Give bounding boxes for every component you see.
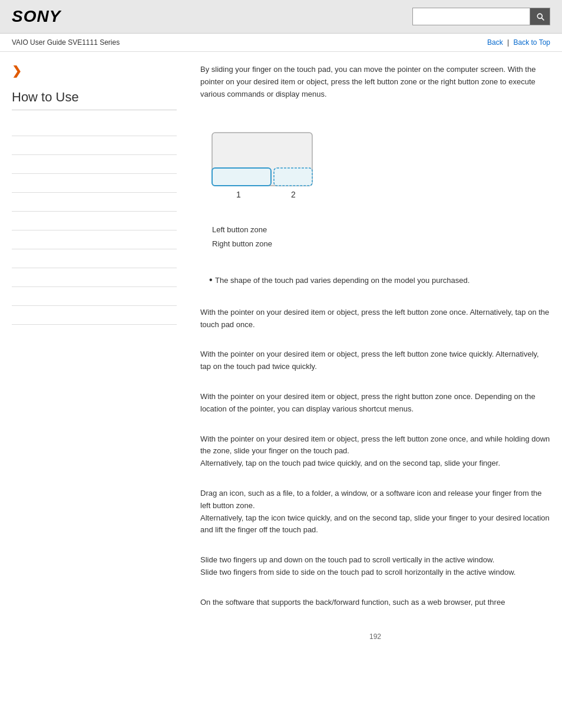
- section-swipe-text: On the software that supports the back/f…: [200, 597, 550, 609]
- intro-section: By sliding your finger on the touch pad,…: [200, 64, 550, 118]
- list-item: [12, 268, 177, 287]
- list-item: [12, 306, 177, 325]
- list-item: [12, 230, 177, 249]
- nav-links: Back | Back to Top: [487, 38, 550, 47]
- sidebar-link[interactable]: [12, 123, 14, 131]
- sidebar-link[interactable]: [12, 160, 14, 169]
- search-box: [412, 8, 550, 25]
- sidebar-link[interactable]: [12, 198, 14, 206]
- section-click-text: With the pointer on your desired item or…: [200, 307, 550, 331]
- section-scroll-text: Slide two fingers up and down on the tou…: [200, 554, 550, 579]
- list-item: [12, 212, 177, 230]
- sidebar-chevron: ❯: [12, 64, 177, 78]
- sidebar-link[interactable]: [12, 311, 14, 319]
- section-swipe: On the software that supports the back/f…: [200, 597, 550, 615]
- section-click: With the pointer on your desired item or…: [200, 307, 550, 337]
- nav-separator: |: [507, 38, 509, 47]
- section-scroll: Slide two fingers up and down on the tou…: [200, 554, 550, 585]
- list-item: [12, 174, 177, 193]
- nav-bar: VAIO User Guide SVE1111 Series Back | Ba…: [0, 34, 562, 52]
- section-drag: With the pointer on your desired item or…: [200, 433, 550, 476]
- sidebar-link[interactable]: [12, 217, 14, 225]
- section-drag-text: With the pointer on your desired item or…: [200, 433, 550, 470]
- touchpad-diagram: 1 2: [206, 130, 550, 208]
- breadcrumb: VAIO User Guide SVE1111 Series: [12, 38, 120, 47]
- svg-text:1: 1: [236, 190, 241, 199]
- search-icon: [535, 12, 545, 21]
- section-drop: Drag an icon, such as a file, to a folde…: [200, 487, 550, 542]
- list-item: [12, 193, 177, 212]
- content-area: ❯ How to Use By sliding your finger on t…: [0, 52, 562, 658]
- sidebar-link[interactable]: [12, 236, 14, 244]
- sidebar-links: [12, 117, 177, 325]
- sidebar: ❯ How to Use: [12, 64, 194, 647]
- sidebar-link[interactable]: [12, 292, 14, 301]
- legend-item-1: Left button zone: [212, 223, 550, 236]
- note-text: The shape of the touch pad varies depend…: [209, 272, 541, 288]
- sidebar-link[interactable]: [12, 274, 14, 282]
- svg-text:2: 2: [291, 190, 296, 199]
- section-right-click-text: With the pointer on your desired item or…: [200, 391, 550, 416]
- svg-rect-2: [274, 168, 312, 186]
- back-link[interactable]: Back: [487, 38, 503, 47]
- list-item: [12, 155, 177, 174]
- search-button[interactable]: [530, 8, 550, 25]
- svg-rect-1: [212, 168, 271, 186]
- back-to-top-link[interactable]: Back to Top: [514, 38, 550, 47]
- section-double-click-text: With the pointer on your desired item or…: [200, 348, 550, 373]
- sidebar-link[interactable]: [12, 179, 14, 187]
- sidebar-title: How to Use: [12, 90, 177, 110]
- section-double-click: With the pointer on your desired item or…: [200, 348, 550, 379]
- main-content: By sliding your finger on the touch pad,…: [194, 64, 550, 647]
- list-item: [12, 136, 177, 155]
- sony-logo: SONY: [12, 7, 61, 26]
- section-right-click: With the pointer on your desired item or…: [200, 391, 550, 421]
- note-box: The shape of the touch pad varies depend…: [200, 265, 550, 295]
- legend-item-2: Right button zone: [212, 237, 550, 251]
- legend: Left button zone Right button zone: [212, 223, 550, 251]
- header: SONY: [0, 0, 562, 34]
- sidebar-link[interactable]: [12, 141, 14, 150]
- page-number: 192: [200, 627, 550, 647]
- touchpad-svg: 1 2: [206, 130, 324, 206]
- list-item: [12, 249, 177, 268]
- search-input[interactable]: [412, 8, 530, 25]
- section-drop-text: Drag an icon, such as a file, to a folde…: [200, 487, 550, 536]
- sidebar-link[interactable]: [12, 255, 14, 263]
- list-item: [12, 287, 177, 306]
- list-item: [12, 117, 177, 136]
- intro-text: By sliding your finger on the touch pad,…: [200, 64, 550, 100]
